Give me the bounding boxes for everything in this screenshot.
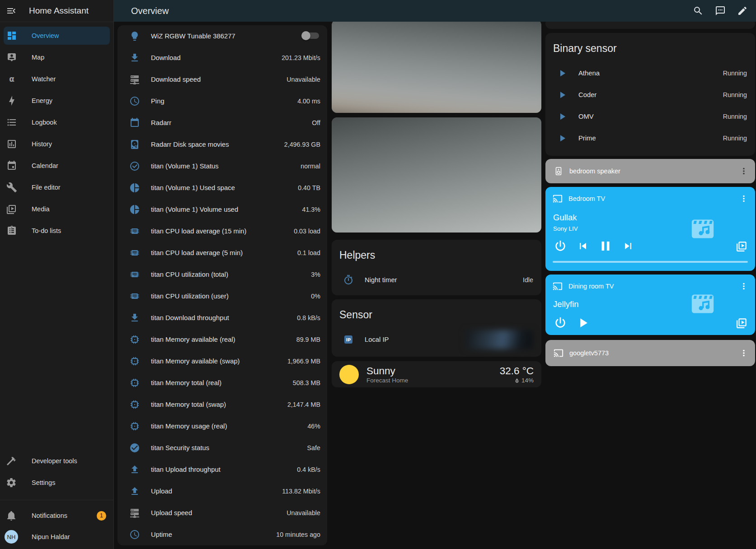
- sidebar-item-settings[interactable]: Settings: [0, 472, 113, 493]
- entity-row-ping[interactable]: Ping 4.00 ms: [117, 90, 327, 112]
- weather-card[interactable]: Sunny Forecast Home 32.6 °C 14%: [332, 361, 541, 387]
- binary-sensor-state: Running: [723, 91, 747, 98]
- entity-row-uptime[interactable]: Uptime 10 minutes ago: [117, 524, 327, 545]
- entity-row-titan-cpu-load-average-15-min[interactable]: titan CPU load average (15 min) 0.03 loa…: [117, 220, 327, 242]
- entity-state: 0.8 kB/s: [297, 314, 320, 321]
- media-card-dining-room-tv[interactable]: Dining room TV Jellyfin: [545, 274, 755, 335]
- camera-image-1[interactable]: [332, 20, 541, 113]
- binary-sensor-state: Running: [723, 70, 747, 77]
- clipboard-list-icon: [6, 225, 17, 236]
- more-options-icon[interactable]: [739, 194, 749, 204]
- entity-name: Upload: [151, 488, 278, 495]
- clock-icon: [129, 96, 140, 107]
- sidebar-item-history[interactable]: History: [4, 135, 110, 153]
- sidebar-item-watcher[interactable]: α Watcher: [4, 70, 110, 88]
- search-icon[interactable]: [693, 5, 704, 16]
- entity-row-titan-memory-total-real[interactable]: titan Memory total (real) 508.3 MB: [117, 372, 327, 394]
- entity-state: 10 minutes ago: [276, 531, 320, 538]
- media-card-bedroom-tv[interactable]: Bedroom TV Gullak Sony LIV: [545, 187, 755, 271]
- entity-row-titan-memory-total-swap[interactable]: titan Memory total (swap) 2,147.4 MB: [117, 394, 327, 415]
- sidebar-item-file-editor[interactable]: File editor: [4, 178, 110, 196]
- entity-state: 2,147.4 MB: [287, 401, 320, 408]
- pause-button[interactable]: [596, 237, 615, 255]
- check-circle-outline-icon: [129, 161, 140, 172]
- svg-text:IP: IP: [346, 337, 351, 342]
- entity-state: 89.9 MB: [296, 336, 320, 343]
- entity-row-upload[interactable]: Upload 113.82 Mbit/s: [117, 480, 327, 502]
- weather-humidity: 14%: [521, 377, 534, 384]
- sidebar-item-logbook[interactable]: Logbook: [4, 113, 110, 131]
- skip-previous-icon: [577, 240, 589, 252]
- play-icon: [557, 89, 568, 100]
- memory-icon: [129, 377, 140, 388]
- assist-chat-icon[interactable]: [715, 5, 726, 16]
- previous-track-button[interactable]: [574, 237, 592, 255]
- sidebar-item-media[interactable]: Media: [4, 200, 110, 218]
- entity-row-titan-memory-available-swap[interactable]: titan Memory available (swap) 1,966.9 MB: [117, 350, 327, 372]
- sidebar-item-energy[interactable]: Energy: [4, 92, 110, 110]
- entity-row-titan-volume-1-volume-used[interactable]: titan (Volume 1) Volume used 41.3%: [117, 199, 327, 220]
- browse-media-icon[interactable]: [736, 240, 748, 252]
- entity-row-download-speed[interactable]: Download speed Unavailable: [117, 69, 327, 90]
- media-player-name: googletv5773: [569, 349, 609, 357]
- browse-media-icon[interactable]: [736, 317, 748, 329]
- binary-sensor-row-athena[interactable]: Athena Running: [545, 62, 755, 84]
- entity-row-titan-cpu-utilization-user[interactable]: titan CPU utilization (user) 0%: [117, 285, 327, 307]
- notifications-item[interactable]: Notifications 1: [0, 505, 113, 526]
- entity-row-radarr-disk-space-movies[interactable]: Radarr Disk space movies 2,496.93 GB: [117, 134, 327, 155]
- sensor-row-local-ip[interactable]: IP Local IP: [332, 329, 541, 350]
- user-profile-item[interactable]: NH Nipun Haldar: [0, 526, 113, 548]
- camera-image-2[interactable]: [332, 117, 541, 233]
- binary-sensor-row-omv[interactable]: OMV Running: [545, 106, 755, 127]
- play-button[interactable]: [574, 314, 592, 332]
- server-icon: [129, 507, 140, 518]
- entity-name: Upload speed: [151, 509, 283, 516]
- entity-row-titan-memory-available-real[interactable]: titan Memory available (real) 89.9 MB: [117, 329, 327, 350]
- binary-sensor-row-prime[interactable]: Prime Running: [545, 127, 755, 149]
- entity-row-titan-upload-throughput[interactable]: titan Upload throughput 0.4 kB/s: [117, 459, 327, 480]
- edit-dashboard-icon[interactable]: [737, 5, 748, 16]
- entity-name: titan Upload throughput: [151, 466, 293, 473]
- movie-music-poster-icon: [688, 216, 717, 242]
- sidebar-item-developer-tools[interactable]: Developer tools: [0, 450, 113, 472]
- entity-row-titan-cpu-load-average-5-min[interactable]: titan CPU load average (5 min) 0.1 load: [117, 242, 327, 264]
- entity-row-titan-cpu-utilization-total[interactable]: titan CPU utilization (total) 3%: [117, 264, 327, 285]
- media-card-googletv5773[interactable]: googletv5773: [545, 340, 755, 366]
- speaker-icon: [554, 166, 563, 176]
- helper-row-night-timer[interactable]: Night timer Idle: [332, 269, 541, 291]
- entity-row-titan-volume-1-used-space[interactable]: titan (Volume 1) Used space 0.40 TB: [117, 177, 327, 199]
- sidebar-item-calendar[interactable]: Calendar: [4, 157, 110, 175]
- harddisk-icon: [129, 139, 140, 150]
- sidebar-item-to-do-lists[interactable]: To-do lists: [4, 222, 110, 240]
- entity-row-titan-security-status[interactable]: titan Security status Safe: [117, 437, 327, 459]
- entity-row-titan-memory-usage-real[interactable]: titan Memory usage (real) 46%: [117, 415, 327, 437]
- chart-pie-icon: [129, 182, 140, 193]
- more-options-icon[interactable]: [739, 166, 749, 176]
- more-options-icon[interactable]: [739, 348, 749, 358]
- power-button[interactable]: [551, 237, 569, 255]
- sidebar-item-overview[interactable]: Overview: [4, 27, 110, 45]
- binary-sensor-row-coder[interactable]: Coder Running: [545, 84, 755, 106]
- light-toggle[interactable]: [303, 33, 319, 39]
- entity-row-download[interactable]: Download 201.23 Mbit/s: [117, 47, 327, 69]
- entity-row-wiz-rgbw-tunable-386277[interactable]: WiZ RGBW Tunable 386277: [117, 25, 327, 47]
- media-player-name: bedroom speaker: [569, 167, 620, 175]
- entity-row-radarr[interactable]: Radarr Off: [117, 112, 327, 134]
- media-progress-bar[interactable]: [553, 261, 748, 263]
- entity-row-titan-volume-1-status[interactable]: titan (Volume 1) Status normal: [117, 155, 327, 177]
- binary-sensor-name: Coder: [578, 91, 719, 98]
- menu-open-icon[interactable]: [6, 5, 17, 16]
- next-track-button[interactable]: [619, 237, 637, 255]
- media-card-bedroom-speaker[interactable]: bedroom speaker: [545, 159, 755, 183]
- power-button[interactable]: [551, 314, 569, 332]
- entity-name: titan Memory available (real): [151, 336, 293, 343]
- binary-sensor-state: Running: [723, 135, 747, 142]
- sidebar-nav: Overview Map α Watcher Energy: [0, 25, 113, 242]
- power-icon: [553, 239, 568, 253]
- sidebar-item-label: Logbook: [32, 119, 57, 126]
- entity-row-upload-speed[interactable]: Upload speed Unavailable: [117, 502, 327, 524]
- sidebar-item-map[interactable]: Map: [4, 48, 110, 66]
- more-options-icon[interactable]: [739, 281, 749, 291]
- entity-row-titan-download-throughput[interactable]: titan Download throughput 0.8 kB/s: [117, 307, 327, 329]
- calendar-blank-icon: [129, 117, 140, 128]
